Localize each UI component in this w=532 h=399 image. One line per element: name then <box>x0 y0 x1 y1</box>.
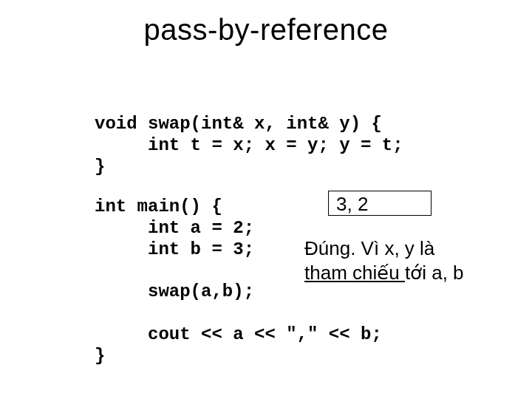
explanation-tail: tới a, b <box>405 262 464 284</box>
explanation-line: Đúng. Vì x, y là <box>304 236 526 261</box>
page-title: pass-by-reference <box>0 13 532 47</box>
code-line: } <box>95 346 105 366</box>
code-line: int a = 2; <box>95 218 254 238</box>
code-swap-function: void swap(int& x, int& y) { int t = x; x… <box>95 114 403 177</box>
code-line: swap(a,b); <box>95 282 254 301</box>
code-line: void swap(int& x, int& y) { <box>95 114 382 134</box>
explanation-text: Đúng. Vì x, y là tham chiếu tới a, b <box>304 236 526 284</box>
explanation-line: tham chiếu tới a, b <box>304 261 526 285</box>
explanation-underline: tham chiếu <box>304 262 405 284</box>
code-line: int main() { <box>95 197 222 216</box>
code-line: } <box>95 157 105 177</box>
code-line: cout << a << "," << b; <box>95 324 382 344</box>
code-line: int b = 3; <box>95 239 254 259</box>
code-line: int t = x; x = y; y = t; <box>95 135 403 155</box>
slide: pass-by-reference void swap(int& x, int&… <box>0 0 532 399</box>
output-box: 3, 2 <box>328 191 432 216</box>
